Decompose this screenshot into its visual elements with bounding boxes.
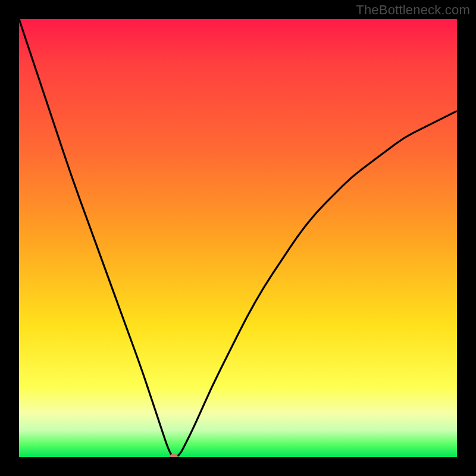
plot-area [19,19,457,457]
bottleneck-curve-path [19,19,457,457]
chart-frame: TheBottleneck.com [0,0,476,476]
bottleneck-curve-svg [19,19,457,457]
watermark-text: TheBottleneck.com [356,2,470,18]
optimal-point-marker [170,454,178,457]
